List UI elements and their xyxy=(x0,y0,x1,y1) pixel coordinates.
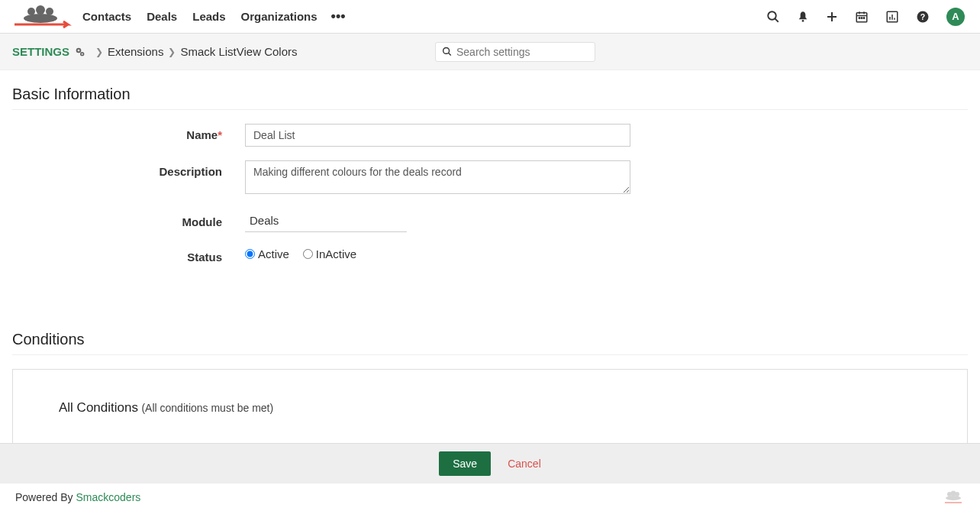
svg-point-30 xyxy=(955,492,959,496)
action-bar: Save Cancel xyxy=(0,443,980,484)
svg-point-26 xyxy=(443,47,449,53)
all-conditions-title: All Conditions xyxy=(59,400,138,415)
avatar[interactable]: A xyxy=(946,8,965,26)
svg-point-6 xyxy=(802,20,804,22)
search-settings[interactable] xyxy=(435,42,595,62)
svg-point-4 xyxy=(768,11,776,20)
svg-point-13 xyxy=(859,17,860,18)
footer-logo-icon xyxy=(942,490,965,505)
label-status: Status xyxy=(12,246,245,264)
nav-contacts[interactable]: Contacts xyxy=(82,10,131,23)
plus-icon[interactable] xyxy=(826,11,838,23)
label-name: Name* xyxy=(12,124,245,141)
breadcrumb-root[interactable]: SETTINGS xyxy=(12,45,69,58)
svg-point-3 xyxy=(24,14,57,23)
breadcrumb-extensions[interactable]: Extensions xyxy=(108,45,163,58)
footer-company-link[interactable]: Smackcoders xyxy=(76,491,140,503)
status-inactive[interactable]: InActive xyxy=(303,247,356,260)
svg-point-25 xyxy=(82,53,83,54)
breadcrumb: SETTINGS ❯ Extensions ❯ Smack ListView C… xyxy=(0,34,980,70)
svg-point-15 xyxy=(863,17,865,18)
svg-point-31 xyxy=(946,496,961,500)
bell-icon[interactable] xyxy=(797,10,809,24)
footer-powered: Powered By xyxy=(15,491,73,503)
label-description: Description xyxy=(12,160,245,178)
chart-icon[interactable] xyxy=(885,10,899,24)
app-logo[interactable] xyxy=(6,5,75,29)
svg-point-14 xyxy=(861,17,862,18)
svg-line-27 xyxy=(448,53,450,55)
all-conditions-sub-text: (All conditions must be met) xyxy=(141,402,273,414)
nav-leads[interactable]: Leads xyxy=(192,10,225,23)
status-active-radio[interactable] xyxy=(245,249,255,259)
divider xyxy=(12,354,968,355)
svg-line-5 xyxy=(775,18,779,22)
calendar-icon[interactable] xyxy=(855,10,869,24)
module-select[interactable]: Deals xyxy=(245,211,407,232)
footer: Powered By Smackcoders xyxy=(0,483,980,511)
svg-point-23 xyxy=(78,49,80,51)
cancel-button[interactable]: Cancel xyxy=(508,458,541,470)
breadcrumb-current: Smack ListView Colors xyxy=(180,45,297,58)
divider xyxy=(12,109,968,110)
chevron-right-icon: ❯ xyxy=(95,47,103,57)
top-nav: Contacts Deals Leads Organizations ••• ?… xyxy=(0,0,980,34)
nav-deals[interactable]: Deals xyxy=(147,10,177,23)
search-settings-input[interactable] xyxy=(456,46,588,58)
label-module: Module xyxy=(12,211,245,228)
name-input[interactable] xyxy=(245,124,630,147)
save-button[interactable]: Save xyxy=(439,451,491,476)
svg-point-1 xyxy=(36,5,45,15)
section-conditions-title: Conditions xyxy=(12,331,968,348)
search-icon[interactable] xyxy=(766,10,780,24)
nav-organizations[interactable]: Organizations xyxy=(241,10,318,23)
nav-links: Contacts Deals Leads Organizations ••• xyxy=(75,8,346,24)
settings-gear-icon[interactable] xyxy=(74,46,86,58)
description-textarea[interactable]: Making different colours for the deals r… xyxy=(245,160,630,194)
status-active[interactable]: Active xyxy=(245,247,289,260)
nav-more-icon[interactable]: ••• xyxy=(331,8,346,24)
nav-right: ? A xyxy=(766,8,974,26)
search-icon xyxy=(442,46,452,57)
status-inactive-radio[interactable] xyxy=(303,249,313,259)
chevron-right-icon: ❯ xyxy=(168,47,176,57)
conditions-box: All Conditions (All conditions must be m… xyxy=(12,369,968,447)
basic-form: Name* Description Making different colou… xyxy=(12,124,968,264)
svg-text:?: ? xyxy=(920,11,925,21)
help-icon[interactable]: ? xyxy=(916,10,930,24)
section-basic-title: Basic Information xyxy=(12,86,968,103)
